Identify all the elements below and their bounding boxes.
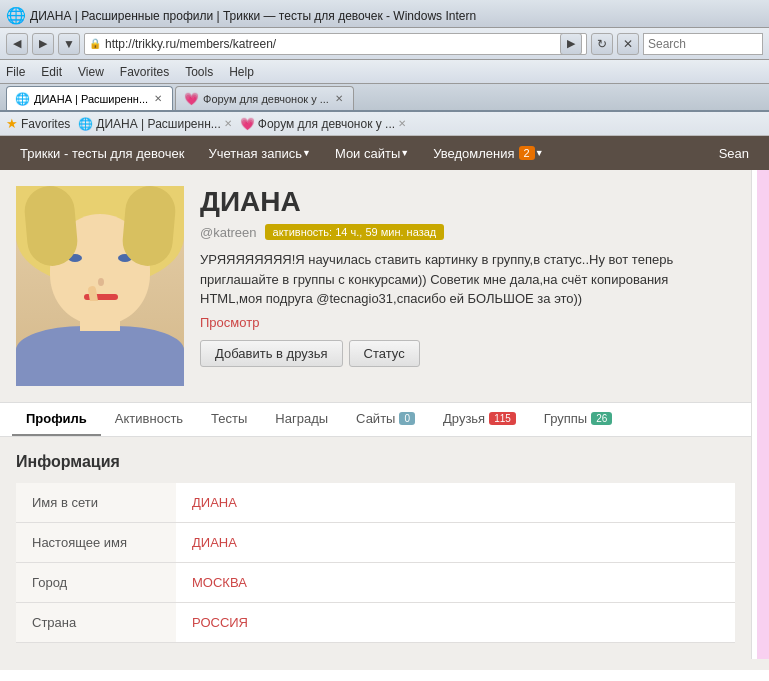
browser-toolbar: ◀ ▶ ▼ 🔒 http://trikky.ru/members/katreen… <box>0 28 769 60</box>
tab-1-favicon: 🌐 <box>15 92 30 106</box>
add-friend-button[interactable]: Добавить в друзья <box>200 340 343 367</box>
browser-titlebar: 🌐 ДИАНА | Расширенные профили | Трикки —… <box>0 0 769 28</box>
info-value-network-name: ДИАНА <box>176 483 735 523</box>
content-main: ДИАНА @katreen активность: 14 ч., 59 мин… <box>0 170 751 659</box>
info-row-network-name: Имя в сети ДИАНА <box>16 483 735 523</box>
menu-view[interactable]: View <box>78 65 104 79</box>
favorites-label: Favorites <box>21 117 70 131</box>
info-row-city: Город МОСКВА <box>16 563 735 603</box>
tab-1-label: ДИАНА | Расширенн... <box>34 93 148 105</box>
fav-2-favicon: 💗 <box>240 117 255 131</box>
menu-favorites[interactable]: Favorites <box>120 65 169 79</box>
site-nav-home-label: Трикки - тесты для девочек <box>20 146 184 161</box>
favorites-item-2[interactable]: 💗 Форум для девчонок у ... ✕ <box>240 117 406 131</box>
stop-icon: ✕ <box>623 37 633 51</box>
info-row-country: Страна РОССИЯ <box>16 603 735 643</box>
refresh-button[interactable]: ↻ <box>591 33 613 55</box>
tab-1-close[interactable]: ✕ <box>152 93 164 104</box>
profile-tab-groups-label: Группы <box>544 411 587 426</box>
country-link[interactable]: РОССИЯ <box>192 615 248 630</box>
activity-badge: активность: 14 ч., 59 мин. назад <box>265 224 445 240</box>
info-table: Имя в сети ДИАНА Настоящее имя ДИАНА Гор… <box>16 483 735 643</box>
fav-2-label: Форум для девчонок у ... <box>258 117 395 131</box>
profile-tab-profile[interactable]: Профиль <box>12 403 101 436</box>
profile-tab-activity-label: Активность <box>115 411 183 426</box>
profile-tab-sites[interactable]: Сайты 0 <box>342 403 429 436</box>
profile-tab-friends[interactable]: Друзья 115 <box>429 403 530 436</box>
notification-badge: 2 <box>519 146 535 160</box>
menu-file[interactable]: File <box>6 65 25 79</box>
friends-count-badge: 115 <box>489 412 516 425</box>
profile-handle-row: @katreen активность: 14 ч., 59 мин. наза… <box>200 224 735 240</box>
browser-title: ДИАНА | Расширенные профили | Трикки — т… <box>30 9 476 23</box>
groups-count-badge: 26 <box>591 412 612 425</box>
real-name-link[interactable]: ДИАНА <box>192 535 237 550</box>
profile-tab-activity[interactable]: Активность <box>101 403 197 436</box>
content-sidebar <box>751 170 769 659</box>
profile-bio: УРЯЯЯЯЯЯЯЯ!Я научилась ставить картинку … <box>200 250 700 309</box>
forward-arrow-icon: ▶ <box>39 37 47 50</box>
site-nav: Трикки - тесты для девочек Учетная запис… <box>0 136 769 170</box>
search-input[interactable] <box>643 33 763 55</box>
profile-tab-friends-label: Друзья <box>443 411 485 426</box>
back-button[interactable]: ◀ <box>6 33 28 55</box>
back-arrow-icon: ◀ <box>13 37 21 50</box>
address-bar[interactable]: 🔒 http://trikky.ru/members/katreen/ ▶ <box>84 33 587 55</box>
menu-help[interactable]: Help <box>229 65 254 79</box>
city-link[interactable]: МОСКВА <box>192 575 247 590</box>
profile-tab-awards[interactable]: Награды <box>261 403 342 436</box>
profile-tabs: Профиль Активность Тесты Награды Сайты 0… <box>0 402 751 437</box>
site-nav-account-label: Учетная запись <box>208 146 302 161</box>
browser-tab-2[interactable]: 💗 Форум для девчонок у ... ✕ <box>175 86 354 110</box>
site-nav-home[interactable]: Трикки - тесты для девочек <box>8 136 196 170</box>
favorites-item-1[interactable]: 🌐 ДИАНА | Расширенн... ✕ <box>78 117 231 131</box>
info-value-real-name: ДИАНА <box>176 523 735 563</box>
info-label-real-name: Настоящее имя <box>16 523 176 563</box>
network-name-link[interactable]: ДИАНА <box>192 495 237 510</box>
info-label-network-name: Имя в сети <box>16 483 176 523</box>
site-nav-notifications[interactable]: Уведомления 2 <box>421 136 555 170</box>
address-bar-icon: 🔒 <box>89 38 101 49</box>
fav-1-close[interactable]: ✕ <box>224 118 232 129</box>
profile-tab-tests-label: Тесты <box>211 411 247 426</box>
profile-tab-tests[interactable]: Тесты <box>197 403 261 436</box>
sites-count-badge: 0 <box>399 412 415 425</box>
profile-area: ДИАНА @katreen активность: 14 ч., 59 мин… <box>0 170 751 386</box>
tab-2-label: Форум для девчонок у ... <box>203 93 329 105</box>
dropdown-button[interactable]: ▼ <box>58 33 80 55</box>
menu-tools[interactable]: Tools <box>185 65 213 79</box>
browser-icon: 🌐 <box>6 6 26 25</box>
menu-edit[interactable]: Edit <box>41 65 62 79</box>
profile-tab-sites-label: Сайты <box>356 411 395 426</box>
browser-tab-1[interactable]: 🌐 ДИАНА | Расширенн... ✕ <box>6 86 173 110</box>
fav-2-close[interactable]: ✕ <box>398 118 406 129</box>
main-content: ДИАНА @katreen активность: 14 ч., 59 мин… <box>0 170 769 670</box>
fav-1-label: ДИАНА | Расширенн... <box>96 117 220 131</box>
bio-read-more-link[interactable]: Просмотр <box>200 315 259 330</box>
go-button[interactable]: ▶ <box>560 33 582 55</box>
menu-bar: File Edit View Favorites Tools Help <box>0 60 769 84</box>
site-nav-notifications-label: Уведомления <box>433 146 514 161</box>
info-row-real-name: Настоящее имя ДИАНА <box>16 523 735 563</box>
forward-button[interactable]: ▶ <box>32 33 54 55</box>
dropdown-icon: ▼ <box>63 37 75 51</box>
profile-info: ДИАНА @katreen активность: 14 ч., 59 мин… <box>200 186 735 386</box>
info-section-title: Информация <box>16 453 735 471</box>
user-name-display: Sean <box>707 146 761 161</box>
tab-2-close[interactable]: ✕ <box>333 93 345 104</box>
info-label-city: Город <box>16 563 176 603</box>
info-section: Информация Имя в сети ДИАНА Настоящее им… <box>0 437 751 659</box>
info-label-country: Страна <box>16 603 176 643</box>
profile-tab-groups[interactable]: Группы 26 <box>530 403 626 436</box>
stop-button[interactable]: ✕ <box>617 33 639 55</box>
profile-photo <box>16 186 184 386</box>
fav-1-favicon: 🌐 <box>78 117 93 131</box>
status-button[interactable]: Статус <box>349 340 420 367</box>
profile-tab-profile-label: Профиль <box>26 411 87 426</box>
site-nav-account[interactable]: Учетная запись <box>196 136 323 170</box>
favorites-label-item[interactable]: ★ Favorites <box>6 116 70 131</box>
browser-tabs-bar: 🌐 ДИАНА | Расширенн... ✕ 💗 Форум для дев… <box>0 84 769 112</box>
site-nav-sites[interactable]: Мои сайты <box>323 136 421 170</box>
content-wrapper: ДИАНА @katreen активность: 14 ч., 59 мин… <box>0 170 769 659</box>
info-value-city: МОСКВА <box>176 563 735 603</box>
